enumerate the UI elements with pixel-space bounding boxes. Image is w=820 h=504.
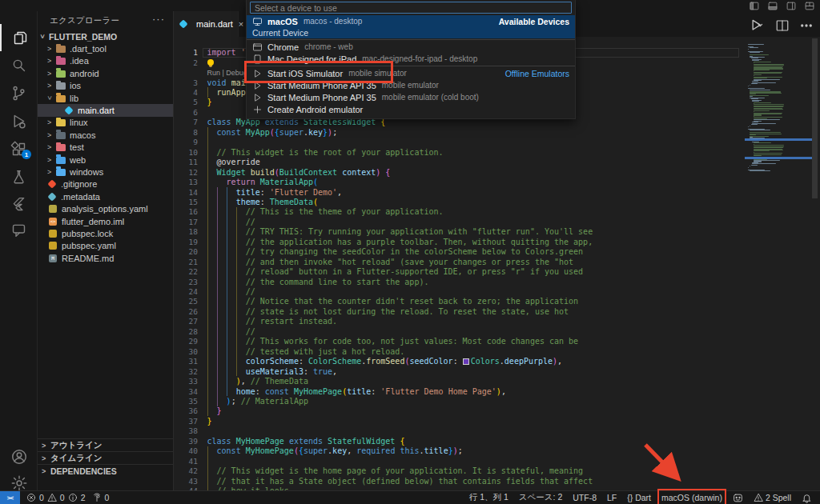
play-icon xyxy=(252,81,263,90)
quick-pick-input[interactable]: Select a device to use xyxy=(250,2,572,14)
tree-item-ios[interactable]: >ios xyxy=(38,80,173,92)
code-line-39: 39class MyHomePage extends StatefulWidge… xyxy=(174,436,745,446)
status-encoding[interactable]: UTF-8 xyxy=(573,493,597,502)
quick-pick-item-chrome[interactable]: Chromechrome - web xyxy=(247,41,575,53)
tab-close-icon[interactable]: × xyxy=(239,19,243,29)
file-icon xyxy=(47,180,56,189)
sidebar-section-2[interactable]: >DEPENDENCIES xyxy=(38,464,173,477)
activity-bar-item-explorer[interactable] xyxy=(0,24,39,51)
remote-indicator[interactable]: >< xyxy=(0,491,20,504)
split-editor-button[interactable] xyxy=(775,18,790,33)
activity-bar-item-extensions[interactable]: 1 xyxy=(0,135,38,162)
status-indentation[interactable]: スペース: 2 xyxy=(519,492,562,503)
code-line-36: 36 } xyxy=(174,406,745,416)
quick-pick-item-start-medium-phone-api-35[interactable]: Start Medium Phone API 35mobile emulator… xyxy=(247,91,575,103)
editor-more-actions[interactable] xyxy=(799,18,814,33)
lightbulb-icon[interactable] xyxy=(207,59,214,66)
line-number: 3 xyxy=(174,78,198,87)
status-cursor-position[interactable]: 行 1、列 1 xyxy=(469,492,508,503)
quick-pick-item-start-medium-phone-api-35[interactable]: Start Medium Phone API 35mobile emulator xyxy=(247,79,575,91)
minimap-line xyxy=(754,147,782,148)
plus-icon xyxy=(252,105,263,114)
status-notifications[interactable] xyxy=(802,493,812,503)
tree-item-pubspec-lock[interactable]: pubspec.lock xyxy=(38,227,173,239)
ports-status[interactable]: 0 xyxy=(92,493,110,502)
bell-icon xyxy=(802,493,812,503)
tree-item-label: pubspec.yaml xyxy=(62,241,116,250)
problems-status[interactable]: 002 xyxy=(26,493,86,502)
item-description: chrome - web xyxy=(304,42,353,51)
tab-main-dart[interactable]: main.dart × xyxy=(174,11,239,37)
tree-item-web[interactable]: >web xyxy=(38,154,173,166)
line-number: 34 xyxy=(174,387,198,396)
status-flutter-device[interactable]: macOS (darwin) xyxy=(661,493,722,502)
play-icon xyxy=(252,69,263,78)
tree-item--idea[interactable]: >.idea xyxy=(38,55,173,67)
line-number: 13 xyxy=(174,178,198,186)
tree-item-linux[interactable]: >linux xyxy=(38,117,173,129)
minimap-line xyxy=(752,101,759,102)
tree-item-pubspec-yaml[interactable]: pubspec.yaml xyxy=(38,240,173,252)
minimap-line xyxy=(750,166,750,166)
file-icon xyxy=(49,242,57,250)
files-icon xyxy=(12,30,29,46)
toggle-panel-icon[interactable] xyxy=(767,1,778,11)
activity-bar-item-comments[interactable] xyxy=(0,216,38,243)
code-line-37: 37} xyxy=(174,416,745,426)
toggle-secondary-sidebar-icon[interactable] xyxy=(786,1,797,11)
search-icon xyxy=(10,57,27,74)
customize-layout-icon[interactable] xyxy=(804,1,815,11)
quick-pick-item-create-android-emulator[interactable]: Create Android emulator xyxy=(247,103,575,115)
tree-item-windows[interactable]: >windows xyxy=(38,166,173,178)
line-number: 21 xyxy=(174,258,198,266)
code-line-28: 28 // xyxy=(174,326,745,336)
file-icon xyxy=(64,106,73,114)
minimap-line xyxy=(754,78,767,78)
sidebar-section-1[interactable]: >タイムライン xyxy=(38,451,173,464)
status-eol[interactable]: LF xyxy=(607,493,617,502)
tree-item-main-dart[interactable]: main.dart xyxy=(38,104,173,116)
activity-bar-item-testing[interactable] xyxy=(0,163,38,190)
tree-item-flutter-demo-iml[interactable]: <>flutter_demo.iml xyxy=(38,215,173,227)
file-icon: <> xyxy=(49,218,57,226)
tree-item--dart-tool[interactable]: >.dart_tool xyxy=(38,42,173,54)
minimap[interactable] xyxy=(745,37,812,490)
explorer-more-actions[interactable]: ··· xyxy=(152,13,165,25)
activity-bar-item-flutter[interactable] xyxy=(0,190,38,218)
tree-item-lib[interactable]: >lib xyxy=(38,92,173,104)
quick-pick-item-mac-designed-for-ipad[interactable]: Mac Designed for iPadmac-designed-for-ip… xyxy=(247,53,575,65)
toggle-primary-sidebar-icon[interactable] xyxy=(749,1,760,11)
status-spell-checker[interactable]: 2 Spell xyxy=(754,493,791,502)
tree-item-analysis-options-yaml[interactable]: analysis_options.yaml xyxy=(38,202,173,214)
line-number: 25 xyxy=(174,297,198,306)
minimap-line xyxy=(748,167,749,168)
tree-item-readme-md[interactable]: MREADME.md xyxy=(38,252,173,264)
status-feedback[interactable] xyxy=(733,493,743,503)
tree-item-test[interactable]: >test xyxy=(38,142,173,154)
code-line-14: 14 title: 'Flutter Demo', xyxy=(174,187,745,197)
tree-item-android[interactable]: >android xyxy=(38,67,173,79)
editor-scrollbar[interactable] xyxy=(812,38,818,198)
quick-pick-item-macos[interactable]: macOSmacos - desktopAvailable Devices xyxy=(247,15,575,27)
code-line-17: 17 // xyxy=(174,217,745,226)
tree-item-macos[interactable]: >macos xyxy=(38,129,173,141)
activity-bar-item-account[interactable] xyxy=(0,443,38,470)
tree-item-label: ios xyxy=(70,81,81,90)
run-button[interactable] xyxy=(750,18,766,34)
tree-item--gitignore[interactable]: .gitignore xyxy=(38,178,173,190)
activity-bar-item-run-debug[interactable] xyxy=(0,107,38,134)
sidebar-section-0[interactable]: >アウトライン xyxy=(38,438,173,451)
minimap-line xyxy=(754,102,770,103)
quick-pick-item-start-ios-simulator[interactable]: Start iOS Simulatormobile simulatorOffli… xyxy=(247,67,575,79)
activity-bar-item-search[interactable] xyxy=(0,51,38,78)
minimap-line xyxy=(754,110,770,111)
line-number: 41 xyxy=(174,457,198,466)
activity-bar-item-source-control[interactable] xyxy=(0,79,38,106)
chevron-right-icon: > xyxy=(47,57,54,65)
item-detail: Current Device xyxy=(247,27,575,38)
status-language-mode[interactable]: {} Dart xyxy=(627,493,651,502)
codelens-run-debug[interactable]: Run | Debug | xyxy=(207,69,251,77)
tree-root-flutter-demo[interactable]: >FLUTTER_DEMO xyxy=(38,30,173,42)
info-count: 2 xyxy=(81,493,86,502)
tree-item--metadata[interactable]: .metadata xyxy=(38,190,173,202)
